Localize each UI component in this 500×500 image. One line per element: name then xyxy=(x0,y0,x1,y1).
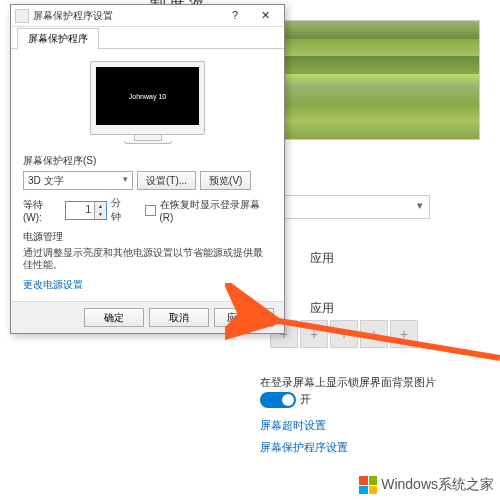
add-tile[interactable]: + xyxy=(360,320,388,348)
power-section-label: 电源管理 xyxy=(23,230,272,244)
add-tile[interactable]: + xyxy=(390,320,418,348)
section-label: 应用 xyxy=(310,250,334,267)
toggle-label: 在登录屏幕上显示锁屏界面背景图片 xyxy=(260,375,436,390)
settings-button[interactable]: 设置(T)... xyxy=(137,171,196,190)
watermark: Windows系统之家 xyxy=(359,476,494,494)
spin-down-icon[interactable]: ▼ xyxy=(94,210,106,219)
spin-up-icon[interactable]: ▲ xyxy=(94,202,106,211)
screensaver-preview: Johnway 10 xyxy=(96,67,199,125)
preview-button[interactable]: 预览(V) xyxy=(200,171,251,190)
apply-button[interactable]: 应用(A) xyxy=(214,308,274,327)
ok-button[interactable]: 确定 xyxy=(84,308,144,327)
resume-login-checkbox[interactable] xyxy=(145,205,156,216)
cancel-button[interactable]: 取消 xyxy=(149,308,209,327)
screen-timeout-link[interactable]: 屏幕超时设置 xyxy=(260,418,326,433)
window-title: 屏幕保护程序设置 xyxy=(33,9,113,23)
dialog-footer: 确定 取消 应用(A) xyxy=(11,301,284,333)
theme-add-row: + + + + + xyxy=(270,320,418,348)
lockscreen-bg-toggle[interactable] xyxy=(260,392,296,408)
resume-login-label: 在恢复时显示登录屏幕(R) xyxy=(160,198,273,223)
wait-unit: 分钟 xyxy=(111,196,131,224)
screensaver-select[interactable]: 3D 文字 xyxy=(23,171,133,190)
toggle-state: 开 xyxy=(300,392,311,407)
screensaver-settings-link[interactable]: 屏幕保护程序设置 xyxy=(260,440,348,455)
windows-logo-icon xyxy=(359,476,377,494)
watermark-text: Windows系统之家 xyxy=(381,476,494,494)
titlebar: 屏幕保护程序设置 ? ✕ xyxy=(11,5,284,27)
add-tile[interactable]: + xyxy=(330,320,358,348)
wait-minutes-input[interactable]: 1 ▲▼ xyxy=(65,201,107,220)
screensaver-section-label: 屏幕保护程序(S) xyxy=(23,154,272,168)
screensaver-dialog: 屏幕保护程序设置 ? ✕ 屏幕保护程序 Johnway 10 屏幕保护程序(S)… xyxy=(10,4,285,334)
wait-label: 等待(W): xyxy=(23,198,61,223)
background-dropdown[interactable] xyxy=(280,195,430,219)
help-button[interactable]: ? xyxy=(220,6,250,26)
background-preview-image xyxy=(280,20,480,140)
change-power-link[interactable]: 更改电源设置 xyxy=(23,278,83,292)
tabstrip: 屏幕保护程序 xyxy=(11,27,284,49)
window-icon xyxy=(15,9,29,23)
section-label: 应用 xyxy=(310,300,334,317)
add-tile[interactable]: + xyxy=(300,320,328,348)
close-button[interactable]: ✕ xyxy=(250,6,280,26)
monitor-preview: Johnway 10 xyxy=(90,61,205,135)
power-description: 通过调整显示亮度和其他电源设置以节省能源或提供最佳性能。 xyxy=(23,247,272,272)
tab-screensaver[interactable]: 屏幕保护程序 xyxy=(17,28,99,50)
